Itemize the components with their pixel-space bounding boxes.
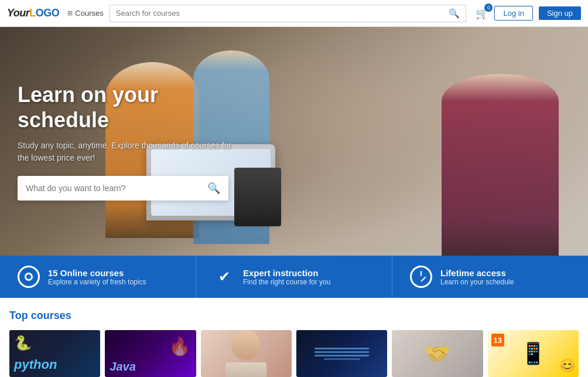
java-label: Java [110,360,136,373]
clock-icon [410,266,432,288]
phone-overlay: 📱 13 😊 [488,330,579,377]
navbar: YourLOGO ⊞ Courses 🔍 🛒 0 Log in Sign up [0,0,588,27]
cart-badge: 0 [484,4,493,12]
target-icon-inner [25,273,33,281]
grid-icon: ⊞ [67,9,73,17]
hands-icon: 🤝 [424,341,450,366]
navbar-search-input[interactable] [110,9,443,18]
face-person [225,331,266,377]
navbar-search-button[interactable]: 🔍 [443,8,466,19]
hero-content: Learn on your schedule Study any topic, … [0,82,258,201]
phone-icon: 📱 [520,341,546,366]
clock-minute-hand [421,277,426,282]
feature-expert-desc: Find the right course for you [243,278,330,286]
face-body [225,362,266,377]
feature-lifetime-title: Lifetime access [440,268,514,278]
tech-line-2 [314,351,369,353]
login-button[interactable]: Log in [494,6,532,21]
course-card-phone[interactable]: 📱 13 😊 [488,330,579,377]
feature-lifetime-access: Lifetime access Learn on your schedule [392,256,588,298]
courses-nav[interactable]: ⊞ Courses [67,9,103,18]
feature-online-courses-title: 15 Online courses [48,268,146,278]
tech-line-4 [324,358,360,360]
person-dark-decoration [442,74,559,256]
course-card-python[interactable]: 🐍 python [9,330,100,377]
hero-section: Learn on your schedule Study any topic, … [0,27,588,256]
face-avatar [231,331,261,360]
navbar-search[interactable]: 🔍 [110,5,467,22]
hero-search-input[interactable] [18,184,199,193]
hero-title: Learn on your schedule [18,82,240,133]
face-card-overlay [201,330,292,377]
course-card-face[interactable] [201,330,292,377]
courses-nav-label: Courses [75,9,103,18]
course-cards: 🐍 python Java 🔥 [9,330,579,377]
signup-button[interactable]: Sign up [539,6,581,20]
logo[interactable]: YourLOGO [7,7,59,19]
tech-card-overlay [296,330,387,377]
java-flame-icon: 🔥 [169,336,190,356]
target-icon [18,266,40,288]
app-badge: 13 [491,334,504,347]
smile-icon: 😊 [559,358,575,373]
top-courses-title: Top courses [9,310,579,322]
feature-expert-text: Expert instruction Find the right course… [243,268,330,286]
feature-lifetime-desc: Learn on your schedule [440,278,514,286]
feature-online-courses-desc: Explore a variety of fresh topics [48,278,146,286]
feature-lifetime-text: Lifetime access Learn on your schedule [440,268,514,286]
python-snake-icon: 🐍 [14,335,32,351]
python-label: python [14,357,57,372]
feature-online-courses-text: 15 Online courses Explore a variety of f… [48,268,146,286]
course-card-tech[interactable] [296,330,387,377]
navbar-actions: 🛒 0 Log in Sign up [476,6,581,21]
feature-expert-title: Expert instruction [243,268,330,278]
tech-line-3 [314,355,369,356]
top-courses-section: Top courses 🐍 python Java 🔥 [0,298,588,377]
feature-expert-instruction: ✔ Expert instruction Find the right cour… [196,256,392,298]
check-icon: ✔ [214,266,235,287]
feature-online-courses: 15 Online courses Explore a variety of f… [0,256,196,298]
course-card-office[interactable]: 🤝 [392,330,483,377]
office-overlay: 🤝 [392,330,483,377]
course-card-java[interactable]: Java 🔥 [105,330,196,377]
tech-line-1 [314,348,369,349]
hero-search-button[interactable]: 🔍 [199,182,228,195]
hero-search[interactable]: 🔍 [18,176,228,201]
features-bar: 15 Online courses Explore a variety of f… [0,256,588,298]
hero-subtitle: Study any topic, anytime. Explore thousa… [18,140,240,164]
cart-icon[interactable]: 🛒 0 [476,7,488,20]
clock-hour-hand [421,271,422,276]
